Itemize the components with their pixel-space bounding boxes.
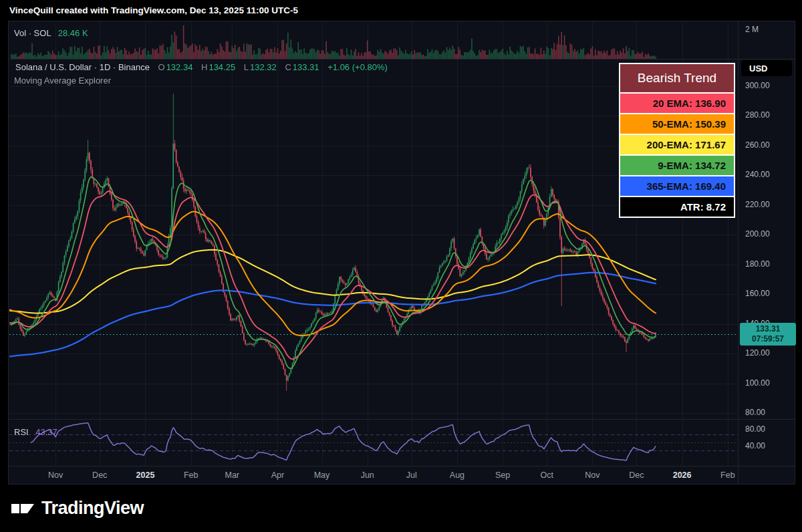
- time-tick-label: Dec: [92, 471, 107, 480]
- volume-label: Vol · SOL: [14, 28, 51, 38]
- low-value: 132.32: [250, 62, 277, 72]
- time-tick-label: Sep: [495, 471, 510, 480]
- legend-row: 20 EMA: 136.90: [620, 94, 734, 113]
- legend-row: 9-EMA: 134.72: [620, 156, 734, 175]
- legend-row: 200-EMA: 171.67: [620, 135, 734, 154]
- attribution-bar: VinceQuill created with TradingView.com,…: [0, 0, 802, 21]
- rsi-value: 43.37: [35, 427, 57, 437]
- price-tick-label: 120.00: [745, 348, 770, 358]
- chart-shell: Vol · SOL 28.46 K Solana / U.S. Dollar ·…: [8, 21, 795, 485]
- open-value: 132.34: [166, 62, 193, 72]
- rsi-pane-canvas[interactable]: [9, 420, 738, 466]
- high-value: 134.25: [209, 62, 235, 72]
- tradingview-wordmark[interactable]: TradingView: [41, 498, 144, 519]
- tradingview-logo-icon[interactable]: [11, 499, 35, 519]
- trend-status-badge: Bearish Trend: [620, 64, 734, 92]
- high-label: H: [201, 62, 207, 72]
- price-tick-label: 300.00: [745, 81, 770, 90]
- symbol-legend[interactable]: Solana / U.S. Dollar · 1D · Binance O132…: [14, 62, 388, 72]
- indicator-title[interactable]: Moving Average Explorer: [14, 76, 111, 86]
- attribution-text: VinceQuill created with TradingView.com,…: [9, 5, 298, 15]
- volume-pane-canvas[interactable]: [9, 22, 738, 59]
- time-tick-label: May: [314, 471, 330, 480]
- time-tick-label: Mar: [225, 471, 240, 480]
- open-label: O: [158, 62, 165, 72]
- time-tick-label: Dec: [629, 471, 644, 480]
- close-label: C: [285, 62, 291, 72]
- price-tick-label: 260.00: [745, 140, 770, 150]
- legend-row: 365-EMA: 169.40: [620, 176, 734, 196]
- volume-value: 28.46 K: [58, 28, 88, 38]
- legend-row: ATR: 8.72: [620, 197, 734, 217]
- time-tick-label: Oct: [540, 471, 553, 480]
- time-tick-label: Jul: [406, 471, 417, 480]
- price-tick-label: 180.00: [745, 259, 770, 269]
- rsi-tick-label: 40.00: [745, 441, 765, 450]
- time-tick-label: 2026: [673, 471, 692, 480]
- time-tick-label: Jun: [361, 471, 374, 480]
- last-price: 133.31: [756, 324, 781, 334]
- price-tick-label: 280.00: [745, 110, 770, 120]
- close-value: 133.31: [293, 62, 319, 72]
- low-label: L: [244, 62, 249, 72]
- tradingview-chart-page: VinceQuill created with TradingView.com,…: [0, 0, 802, 532]
- ma-legend: Bearish Trend 20 EMA: 136.9050-EMA: 150.…: [619, 63, 735, 218]
- price-tick-label: 240.00: [745, 170, 770, 179]
- price-tick-label: 160.00: [745, 289, 770, 298]
- last-price-badge[interactable]: 133.31 07:59:57: [740, 323, 796, 346]
- footer-bar: TradingView: [0, 485, 802, 532]
- volume-legend[interactable]: Vol · SOL 28.46 K: [14, 28, 88, 38]
- volume-axis-max-label: 2 M: [745, 25, 759, 34]
- symbol-title: Solana / U.S. Dollar · 1D · Binance: [15, 62, 150, 72]
- time-tick-label: Nov: [585, 471, 599, 480]
- rsi-label: RSI: [14, 427, 29, 437]
- time-tick-label: Aug: [450, 471, 464, 480]
- bar-countdown: 07:59:57: [752, 334, 784, 344]
- time-tick-label: Feb: [720, 471, 735, 480]
- price-tick-label: 220.00: [745, 200, 770, 209]
- price-tick-label: 80.00: [745, 408, 765, 417]
- change-value: +1.06 (+0.80%): [327, 62, 388, 72]
- rsi-tick-label: 80.00: [745, 424, 765, 434]
- price-tick-label: 100.00: [745, 378, 770, 388]
- rsi-legend[interactable]: RSI 43.37: [14, 427, 57, 437]
- time-tick-label: Nov: [48, 471, 63, 480]
- time-tick-label: Feb: [184, 471, 198, 480]
- legend-row: 50-EMA: 150.39: [620, 114, 734, 134]
- price-tick-label: 200.00: [745, 229, 770, 239]
- time-tick-label: 2025: [136, 471, 155, 480]
- price-axis[interactable]: 2 M USD 300.00280.00260.00240.00220.0020…: [739, 21, 795, 485]
- time-tick-label: Apr: [271, 471, 284, 480]
- currency-toggle-button[interactable]: USD: [741, 60, 792, 76]
- time-axis[interactable]: NovDec2025FebMarAprMayJunJulAugSepOctNov…: [9, 467, 738, 485]
